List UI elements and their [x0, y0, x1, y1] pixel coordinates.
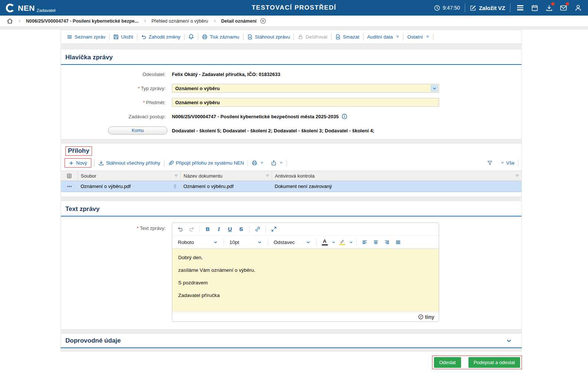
- save-button[interactable]: Uložit: [110, 34, 137, 40]
- expand-section-button[interactable]: [504, 337, 513, 344]
- other-actions-button[interactable]: Ostatní: [404, 34, 433, 40]
- info-icon[interactable]: [342, 113, 347, 119]
- chevron-down-icon[interactable]: [431, 85, 438, 92]
- row-actions-button[interactable]: [64, 184, 75, 189]
- message-type-row: *Typ zprávy: Oznámení o výběru: [61, 83, 522, 93]
- redo-button[interactable]: [186, 225, 196, 234]
- document-name-cell: Oznámení o výběru.pdf: [180, 181, 272, 192]
- undo-button[interactable]: [175, 225, 185, 234]
- message-list-button[interactable]: Seznam zpráv: [63, 34, 109, 40]
- bold-button[interactable]: B: [203, 225, 213, 234]
- header-actions: 9:47:50 Založit VZ: [434, 3, 583, 13]
- discard-changes-button[interactable]: Zahodit změny: [137, 34, 184, 40]
- new-attachment-button[interactable]: Nový: [65, 158, 91, 168]
- close-detail-button[interactable]: [260, 18, 266, 24]
- text-color-menu-button[interactable]: [331, 238, 336, 247]
- message-type-value: Oznámení o výběru: [175, 86, 220, 91]
- attachment-table-row[interactable]: Oznámení o výběru.pdf Oznámení o výběru.…: [61, 181, 522, 192]
- fullscreen-button[interactable]: [269, 225, 279, 234]
- recipients-button-cell: Komu: [61, 126, 169, 135]
- insert-link-button[interactable]: [252, 225, 262, 234]
- italic-button[interactable]: I: [214, 225, 224, 234]
- highlight-color-menu-button[interactable]: [348, 238, 353, 247]
- delete-button[interactable]: Smazat: [331, 34, 363, 40]
- column-filter-icon[interactable]: [174, 174, 178, 178]
- block-format-select[interactable]: Odstavec: [271, 237, 313, 247]
- session-clock: 9:47:50: [434, 5, 460, 11]
- drag-handle-icon[interactable]: [173, 184, 177, 189]
- save-icon: [113, 34, 119, 40]
- align-justify-button[interactable]: [393, 238, 403, 247]
- align-left-button[interactable]: [360, 238, 370, 247]
- top-header-bar: NEN Zadavatel TESTOVACÍ PROSTŘEDÍ 9:47:5…: [0, 0, 588, 16]
- message-type-select[interactable]: Oznámení o výběru: [172, 84, 439, 93]
- column-chooser-icon: [64, 173, 75, 179]
- column-header-document-name-label: Název dokumentu: [184, 173, 223, 179]
- grid-filter-button[interactable]: [483, 160, 496, 166]
- calendar-button[interactable]: [530, 3, 539, 13]
- section-gap: [0, 27, 588, 30]
- column-header-file[interactable]: Soubor: [78, 171, 180, 181]
- section-attachments: Přílohy Nový Stáhnout všechny přílohy Př…: [61, 143, 522, 197]
- editor-line: zasíláme Vám oznámení o výběru.: [178, 267, 433, 273]
- sign-and-send-button[interactable]: Podepsat a odeslat: [468, 357, 520, 368]
- section-message-header: Hlavička zprávy Odesílatel: Felix Okátý …: [61, 49, 522, 139]
- breadcrumb-item-overview[interactable]: Přehled oznámení o výběru: [151, 19, 208, 24]
- attach-from-nen-button[interactable]: Připojit přílohu ze systému NEN: [164, 160, 248, 166]
- section-gap: [61, 348, 522, 352]
- notifications-button[interactable]: [184, 34, 198, 40]
- recipients-button[interactable]: Komu: [108, 126, 167, 135]
- breadcrumb-item-procedure[interactable]: N006/25/V00004747 - Posílení kybernetick…: [26, 19, 138, 24]
- send-button[interactable]: Odeslat: [434, 357, 461, 368]
- table-bottom-padding: [61, 192, 522, 197]
- messages-button[interactable]: [559, 3, 568, 13]
- column-filter-icon[interactable]: [515, 174, 519, 178]
- procedure-row: Zadávací postup: N006/25/V00004747 - Pos…: [61, 112, 522, 121]
- strikethrough-button[interactable]: S: [236, 225, 246, 234]
- create-vz-label: Založit VZ: [479, 5, 505, 11]
- highlight-color-button[interactable]: [337, 238, 347, 247]
- print-attachments-button[interactable]: [248, 160, 267, 166]
- block-format-value: Odstavec: [274, 240, 295, 245]
- filter-all-button[interactable]: Vše: [496, 160, 518, 166]
- editor-content[interactable]: Dobrý den, zasíláme Vám oznámení o výběr…: [172, 249, 439, 312]
- font-family-select[interactable]: Roboto: [175, 237, 220, 247]
- annotation-highlight-box: Odeslat Podepsat a odeslat: [432, 356, 522, 369]
- forecolor-letter: A: [323, 239, 327, 244]
- column-header-antivirus[interactable]: Antivirová kontrola: [272, 171, 522, 181]
- underline-button[interactable]: U: [225, 225, 235, 234]
- other-actions-label: Ostatní: [407, 34, 423, 40]
- chevron-down-icon: [306, 240, 311, 245]
- print-record-button[interactable]: Tisk záznamu: [198, 34, 243, 40]
- font-family-value: Roboto: [178, 240, 194, 245]
- download-all-attachments-button[interactable]: Stáhnout všechny přílohy: [95, 160, 164, 166]
- section-gap: [61, 44, 522, 49]
- delete-file-icon: [335, 34, 341, 40]
- align-right-button[interactable]: [382, 238, 392, 247]
- chevron-down-icon: [504, 337, 513, 344]
- column-header-file-label: Soubor: [81, 173, 97, 179]
- nen-logo[interactable]: NEN Zadavatel: [5, 3, 55, 13]
- export-attachments-button[interactable]: [267, 160, 287, 166]
- column-chooser-header[interactable]: [61, 171, 78, 181]
- subject-input[interactable]: [172, 98, 439, 107]
- align-center-button[interactable]: [371, 238, 381, 247]
- column-header-document-name[interactable]: Název dokumentu: [180, 171, 272, 181]
- column-filter-icon[interactable]: [265, 174, 270, 178]
- main-menu-button[interactable]: [515, 3, 525, 13]
- font-size-select[interactable]: 10pt: [227, 237, 265, 247]
- rich-text-editor: B I U S Roboto 10pt: [172, 222, 439, 322]
- download-message-button[interactable]: Stáhnout zprávu: [244, 34, 294, 40]
- audit-data-button[interactable]: Auditní data: [363, 34, 403, 40]
- home-button[interactable]: [7, 18, 13, 24]
- text-color-button[interactable]: A: [320, 238, 330, 247]
- tiny-logo-icon: [418, 314, 424, 320]
- downloads-button[interactable]: [544, 3, 554, 13]
- user-profile-button[interactable]: [573, 3, 583, 13]
- message-header-form: Odesílatel: Felix Okátý - Zadavatel přír…: [61, 65, 522, 139]
- section-gap: [61, 139, 522, 143]
- create-vz-button[interactable]: Založit VZ: [470, 5, 505, 11]
- tiny-logo[interactable]: tiny: [418, 314, 434, 320]
- sender-row: Odesílatel: Felix Okátý - Zadavatel přír…: [61, 69, 522, 79]
- chevron-down-icon: [213, 240, 218, 245]
